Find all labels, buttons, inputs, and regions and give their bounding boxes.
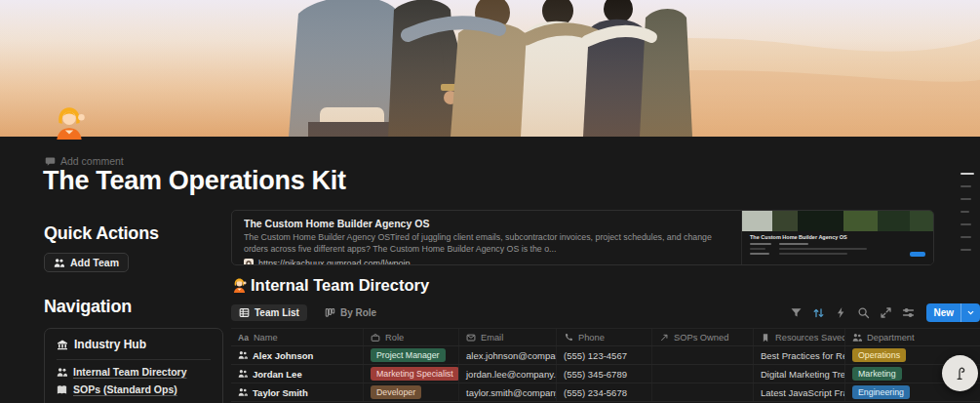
- table-row[interactable]: Alex JohnsonProject Manageralex.johnson@…: [231, 346, 980, 365]
- cover-image: [0, 0, 980, 137]
- view-tabs-row: Team List By Role New: [231, 302, 980, 323]
- notion-ai-button[interactable]: [942, 355, 978, 391]
- filter-icon[interactable]: [790, 306, 803, 319]
- nav-link-label: SOPs (Standard Ops): [73, 383, 177, 395]
- link-preview-card[interactable]: The Custom Home Builder Agency OS The Cu…: [231, 210, 934, 265]
- chevron-down-icon[interactable]: [960, 303, 980, 322]
- member-name: Jordan Lee: [253, 369, 302, 380]
- column-label: Department: [867, 333, 915, 343]
- column-header-sops-owned[interactable]: SOPs Owned: [652, 329, 754, 345]
- link-card-title: The Custom Home Builder Agency OS: [244, 218, 729, 229]
- navigation-box: Industry Hub Internal Team Directory SOP…: [44, 328, 223, 403]
- search-icon[interactable]: [857, 306, 870, 319]
- bank-icon: [57, 339, 68, 350]
- team-directory-table: Aa Name Role Email Phone SOPs Owne: [231, 328, 980, 402]
- column-label: Email: [481, 333, 503, 343]
- cell-role[interactable]: Developer: [364, 383, 459, 401]
- add-team-label: Add Team: [70, 257, 119, 268]
- lightning-icon[interactable]: [835, 306, 847, 319]
- new-button[interactable]: New: [926, 303, 980, 322]
- ai-face-icon: [951, 364, 970, 383]
- page-title: The Team Operations Kit: [43, 166, 346, 196]
- cell-role[interactable]: Project Manager: [364, 346, 459, 364]
- directory-heading-label: Internal Team Directory: [251, 276, 429, 295]
- cell-sops-owned[interactable]: [652, 346, 754, 364]
- column-header-email[interactable]: Email: [459, 329, 557, 345]
- thumbnail-content-bars: [742, 241, 933, 257]
- sort-icon[interactable]: [812, 306, 825, 319]
- view-toolbar: New: [790, 303, 980, 322]
- people-icon: [57, 367, 67, 378]
- tab-label: By Role: [340, 307, 376, 318]
- cell-email[interactable]: jordan.lee@company.com: [459, 365, 557, 383]
- cell-sops-owned[interactable]: [652, 383, 754, 401]
- page-icon-person-emoji[interactable]: [51, 104, 88, 141]
- link-card-thumbnail: The Custom Home Builder Agency OS: [741, 211, 933, 264]
- column-header-resources-saved[interactable]: Resources Saved: [754, 329, 845, 345]
- toc-bar: [960, 173, 974, 175]
- column-header-department[interactable]: Department: [845, 329, 980, 345]
- cell-email[interactable]: alex.johnson@company.com: [459, 346, 557, 364]
- toc-bar: [960, 185, 971, 187]
- column-label: Resources Saved: [775, 333, 845, 343]
- toc-bar: [960, 198, 971, 200]
- nav-item-internal-team-directory[interactable]: Internal Team Directory: [57, 366, 211, 378]
- nav-item-industry-hub[interactable]: Industry Hub: [57, 338, 211, 351]
- column-header-name[interactable]: Aa Name: [231, 329, 364, 345]
- people-icon: [238, 350, 248, 360]
- link-card-url-row[interactable]: https://pikachuux.gumroad.com/l/wpojp: [244, 259, 729, 265]
- people-icon: [238, 387, 248, 397]
- settings-sliders-icon[interactable]: [902, 306, 915, 319]
- cell-email[interactable]: taylor.smith@company.com: [459, 383, 557, 401]
- cell-name[interactable]: Jordan Lee: [231, 365, 364, 383]
- person-tipping-hand-icon: [231, 277, 248, 294]
- cell-phone[interactable]: (555) 345-6789: [557, 365, 652, 383]
- internal-team-directory-section: Internal Team Directory Team List By Rol…: [231, 276, 980, 402]
- cell-role[interactable]: Marketing Specialist: [364, 365, 459, 383]
- table-row[interactable]: Jordan LeeMarketing Specialistjordan.lee…: [231, 365, 980, 383]
- cell-sops-owned[interactable]: [652, 365, 754, 383]
- notion-page: Add comment The Team Operations Kit Quic…: [0, 0, 980, 403]
- directory-heading: Internal Team Directory: [231, 276, 980, 295]
- table-of-contents-widget[interactable]: [960, 173, 974, 251]
- new-button-label: New: [926, 307, 960, 318]
- cover-photo-people-huddle: [0, 0, 980, 137]
- phone-icon: [564, 333, 573, 343]
- cell-phone[interactable]: (555) 123-4567: [557, 346, 652, 364]
- link-card-description: The Custom Home Builder Agency OSTired o…: [244, 232, 729, 256]
- add-team-button[interactable]: Add Team: [44, 253, 129, 272]
- cell-resources-saved[interactable]: Best Practices for Remote Team: [754, 346, 845, 364]
- cell-phone[interactable]: (555) 234-5678: [557, 383, 652, 401]
- tab-by-role[interactable]: By Role: [317, 304, 384, 321]
- link-card-text: The Custom Home Builder Agency OS The Cu…: [232, 211, 741, 264]
- member-name: Taylor Smith: [253, 387, 308, 398]
- toc-bar: [960, 223, 971, 225]
- tab-team-list[interactable]: Team List: [231, 304, 307, 321]
- cell-resources-saved[interactable]: Digital Marketing Trends, SEO S: [754, 365, 845, 383]
- expand-icon[interactable]: [880, 306, 892, 319]
- table-view-icon: [239, 307, 250, 318]
- bookmark-icon: [761, 333, 770, 343]
- toc-bar: [960, 211, 969, 213]
- table-row[interactable]: Taylor SmithDevelopertaylor.smith@compan…: [231, 383, 980, 402]
- navigation-heading: Navigation: [44, 297, 231, 317]
- comment-icon: [45, 156, 56, 167]
- envelope-icon: [466, 333, 476, 343]
- cell-resources-saved[interactable]: Latest JavaScript Frameworks, C: [754, 383, 845, 401]
- cell-name[interactable]: Alex Johnson: [231, 346, 364, 364]
- nav-item-sops[interactable]: SOPs (Standard Ops): [57, 383, 211, 395]
- cell-name[interactable]: Taylor Smith: [231, 383, 364, 401]
- person-tipping-hand-icon: [51, 104, 88, 141]
- thumbnail-button-bar: [910, 252, 925, 257]
- column-header-role[interactable]: Role: [364, 329, 459, 345]
- table-header-row: Aa Name Role Email Phone SOPs Owne: [231, 329, 980, 346]
- table-body: Alex JohnsonProject Manageralex.johnson@…: [231, 346, 980, 402]
- people-icon: [238, 369, 248, 379]
- text-icon: Aa: [238, 333, 249, 343]
- member-name: Alex Johnson: [253, 350, 313, 361]
- column-label: SOPs Owned: [674, 333, 728, 343]
- left-column: Quick Actions Add Team Navigation Indust…: [44, 223, 231, 403]
- column-header-phone[interactable]: Phone: [557, 329, 652, 345]
- nav-hub-label: Industry Hub: [74, 338, 146, 351]
- directory-icon-person-emoji: [231, 277, 248, 294]
